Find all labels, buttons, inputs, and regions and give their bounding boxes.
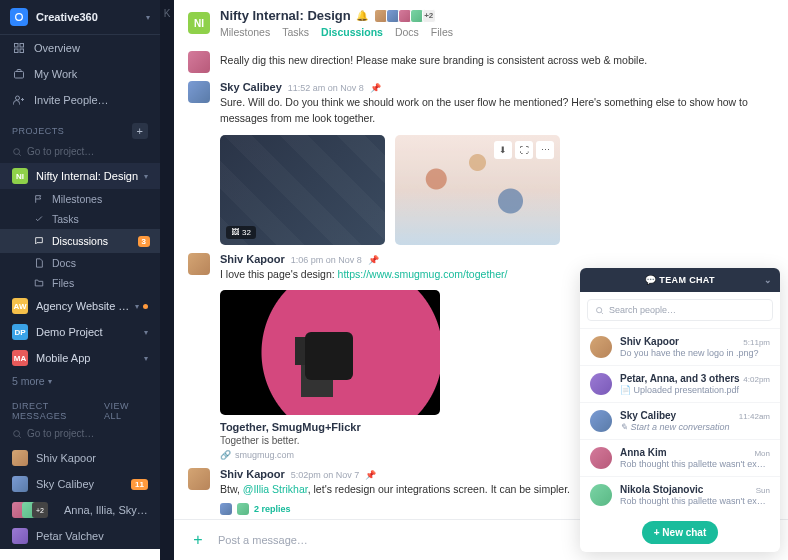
projects-more[interactable]: 5 more ▾ (0, 371, 160, 391)
project-demo-project[interactable]: DP Demo Project ▾ (0, 319, 160, 345)
dm-search[interactable]: Go to project… (0, 425, 160, 445)
avatar (590, 484, 612, 506)
svg-point-7 (14, 148, 20, 154)
grid-icon (12, 41, 26, 55)
unread-badge: 11 (131, 479, 148, 490)
project-tabs: Milestones Tasks Discussions Docs Files (220, 26, 453, 38)
svg-point-6 (16, 96, 20, 100)
dm-petar-valchev[interactable]: Petar Valchev (0, 523, 160, 549)
project-search-placeholder: Go to project… (27, 146, 94, 157)
project-sub-files[interactable]: Files (0, 273, 160, 293)
attachment-image[interactable]: ⬇ ⛶ ⋯ (395, 135, 560, 245)
new-chat-button[interactable]: + New chat (642, 521, 719, 544)
file-icon: 📄 (620, 385, 631, 395)
message: Sky Calibey 11:52 am on Nov 8 📌 Sure. Wi… (188, 81, 774, 245)
project-mobile-app[interactable]: MA Mobile App ▾ (0, 345, 160, 371)
project-badge: MA (12, 350, 28, 366)
message-author[interactable]: Shiv Kapoor (220, 468, 285, 480)
svg-rect-5 (15, 72, 24, 79)
avatar (590, 447, 612, 469)
team-chat-item[interactable]: Anna KimMon Rob thought this pallette wa… (580, 439, 780, 476)
bell-icon[interactable]: 🔔 (356, 10, 368, 21)
tab-milestones[interactable]: Milestones (220, 26, 270, 38)
project-name: Demo Project (36, 326, 141, 338)
team-chat-header[interactable]: 💬 TEAM CHAT ⌄ (580, 268, 780, 292)
team-chat-item[interactable]: Petar, Anna, and 3 others4:02pm 📄 Upload… (580, 365, 780, 402)
chevron-down-icon: ▾ (144, 172, 148, 181)
pin-icon[interactable]: 📌 (370, 83, 381, 93)
add-project-button[interactable]: + (132, 123, 148, 139)
avatar (188, 81, 210, 103)
more-icon[interactable]: ⋯ (536, 141, 554, 159)
tab-tasks[interactable]: Tasks (282, 26, 309, 38)
project-badge: DP (12, 324, 28, 340)
tab-files[interactable]: Files (431, 26, 453, 38)
project-sub-docs[interactable]: Docs (0, 253, 160, 273)
message-author[interactable]: Shiv Kapoor (220, 253, 285, 265)
project-sub-discussions[interactable]: Discussions 3 (0, 229, 160, 253)
project-sub-milestones[interactable]: Milestones (0, 189, 160, 209)
svg-point-9 (597, 307, 602, 312)
dm-shiv-kapoor[interactable]: Shiv Kapoor (0, 445, 160, 471)
nav-mywork[interactable]: My Work (0, 61, 160, 87)
nav-overview[interactable]: Overview (0, 35, 160, 61)
project-name: Agency Website 2.0 (36, 300, 132, 312)
attach-button[interactable]: + (188, 530, 208, 550)
svg-rect-4 (20, 49, 24, 53)
team-chat-search[interactable]: Search people… (587, 299, 773, 321)
link-preview-source: 🔗 smugmug.com (220, 450, 440, 460)
svg-point-0 (16, 14, 23, 21)
discussions-badge: 3 (138, 236, 150, 247)
mention[interactable]: @Illia Strikhar (243, 483, 308, 495)
team-chat-item[interactable]: Sky Calibey11:42am ✎ Start a new convers… (580, 402, 780, 439)
sidebar-collapse-letter[interactable]: K (160, 0, 174, 560)
message-time: 5:02pm on Nov 7 (291, 470, 360, 480)
project-agency-website[interactable]: AW Agency Website 2.0 ▾ (0, 293, 160, 319)
message-time: 11:52 am on Nov 8 (288, 83, 364, 93)
message-author[interactable]: Sky Calibey (220, 81, 282, 93)
folder-icon (34, 278, 45, 288)
link-preview[interactable]: Together, SmugMug+Flickr Together is bet… (220, 290, 440, 460)
message-link[interactable]: https://www.smugmug.com/together/ (338, 268, 508, 280)
avatar-more: +2 (32, 502, 48, 518)
project-header-badge: NI (188, 12, 210, 34)
avatar (188, 51, 210, 73)
dot-indicator-icon (143, 304, 148, 309)
nav-invite[interactable]: Invite People… (0, 87, 160, 113)
project-members[interactable]: +2 (376, 9, 436, 23)
nav-invite-label: Invite People… (34, 94, 109, 106)
tab-docs[interactable]: Docs (395, 26, 419, 38)
team-chat-item[interactable]: Nikola StojanovicSun Rob thought this pa… (580, 476, 780, 513)
download-icon[interactable]: ⬇ (494, 141, 512, 159)
avatar (237, 503, 249, 515)
avatar (12, 450, 28, 466)
attachment-image[interactable]: 🖼 32 (220, 135, 385, 245)
org-switcher[interactable]: Creative360 ▾ (0, 0, 160, 35)
project-badge: AW (12, 298, 28, 314)
project-search[interactable]: Go to project… (0, 143, 160, 163)
project-sub-tasks[interactable]: Tasks (0, 209, 160, 229)
link-preview-image (220, 290, 440, 415)
sidebar: Creative360 ▾ Overview My Work Invite Pe… (0, 0, 160, 549)
tab-discussions[interactable]: Discussions (321, 26, 383, 38)
project-nifty-internal[interactable]: NI Nifty Internal: Design ▾ (0, 163, 160, 189)
svg-point-8 (14, 430, 20, 436)
chevron-down-icon: ▾ (48, 377, 52, 386)
dm-sky-calibey[interactable]: Sky Calibey 11 (0, 471, 160, 497)
avatar (590, 410, 612, 432)
message-text: Sure. Will do. Do you think we should wo… (220, 95, 774, 127)
pin-icon[interactable]: 📌 (368, 255, 379, 265)
attachment-count: 🖼 32 (226, 226, 256, 239)
message-time: 1:06 pm on Nov 8 (291, 255, 362, 265)
svg-rect-1 (15, 44, 19, 48)
pin-icon[interactable]: 📌 (365, 470, 376, 480)
message-text: Really dig this new direction! Please ma… (220, 53, 774, 69)
org-name: Creative360 (36, 11, 143, 23)
collapse-icon[interactable]: ⌄ (764, 275, 772, 285)
avatar (220, 503, 232, 515)
dms-viewall[interactable]: View all (104, 401, 148, 421)
team-chat-panel: 💬 TEAM CHAT ⌄ Search people… Shiv Kapoor… (580, 268, 780, 552)
dm-group-anna-illia[interactable]: +2 Anna, Illia, Sky… (0, 497, 160, 523)
team-chat-item[interactable]: Shiv Kapoor5:11pm Do you have the new lo… (580, 328, 780, 365)
expand-icon[interactable]: ⛶ (515, 141, 533, 159)
